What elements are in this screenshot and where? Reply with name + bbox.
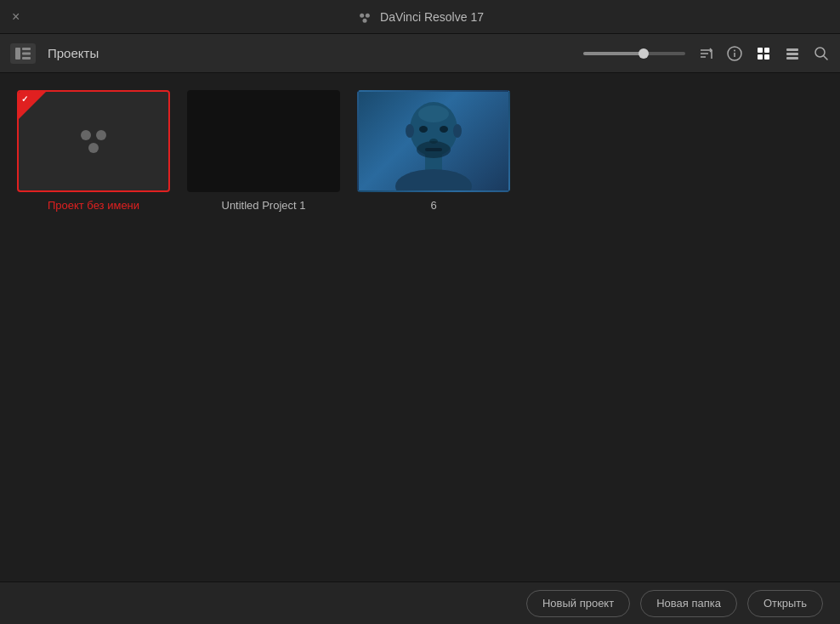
svg-rect-3 bbox=[15, 48, 20, 60]
svg-point-0 bbox=[360, 13, 364, 17]
svg-line-22 bbox=[824, 56, 827, 60]
svg-rect-5 bbox=[22, 52, 31, 54]
projects-heading: Проекты bbox=[48, 46, 575, 60]
thumbnail-size-slider[interactable] bbox=[583, 52, 685, 55]
svg-rect-4 bbox=[22, 48, 31, 50]
size-slider-container bbox=[583, 52, 685, 55]
project-card-3[interactable]: 6 bbox=[357, 90, 510, 212]
new-project-button[interactable]: Новый проект bbox=[526, 590, 630, 617]
svg-rect-14 bbox=[758, 48, 763, 53]
svg-point-1 bbox=[366, 13, 370, 17]
svg-point-2 bbox=[363, 18, 367, 22]
svg-rect-18 bbox=[786, 48, 798, 51]
project-thumbnail-2 bbox=[187, 90, 340, 192]
project-name-3: 6 bbox=[430, 199, 436, 212]
svg-rect-20 bbox=[786, 57, 798, 60]
list-icon bbox=[784, 45, 801, 62]
grid-view-button[interactable] bbox=[755, 45, 772, 62]
svg-rect-19 bbox=[786, 53, 798, 55]
project-name-1: Проект без имени bbox=[48, 199, 139, 212]
svg-point-28 bbox=[418, 105, 449, 122]
project-thumbnail-1: ✓ bbox=[17, 90, 170, 192]
svg-rect-33 bbox=[425, 148, 442, 151]
new-folder-button[interactable]: Новая папка bbox=[640, 590, 737, 617]
projects-grid: ✓ Проект без имени Untitled Project 1 bbox=[0, 73, 840, 581]
bottom-bar: Новый проект Новая папка Открыть bbox=[0, 581, 840, 624]
davinci-logo-icon bbox=[356, 9, 373, 26]
project-card-1[interactable]: ✓ Проект без имени bbox=[17, 90, 170, 212]
app-title-text: DaVinci Resolve 17 bbox=[380, 10, 484, 24]
svg-point-13 bbox=[734, 49, 735, 51]
svg-point-25 bbox=[395, 169, 472, 190]
project-card-2[interactable]: Untitled Project 1 bbox=[187, 90, 340, 212]
grid-icon bbox=[755, 45, 772, 62]
sidebar-icon bbox=[15, 48, 31, 60]
list-view-button[interactable] bbox=[784, 45, 801, 62]
title-bar: × DaVinci Resolve 17 bbox=[0, 0, 840, 34]
svg-rect-6 bbox=[22, 57, 31, 60]
sort-icon bbox=[697, 45, 714, 62]
active-checkmark: ✓ bbox=[21, 94, 28, 104]
sidebar-toggle-button[interactable] bbox=[10, 43, 36, 64]
svg-point-30 bbox=[440, 126, 448, 133]
davinci-card-logo bbox=[81, 130, 106, 153]
project-thumbnail-3 bbox=[357, 90, 510, 192]
sort-button[interactable] bbox=[697, 45, 714, 62]
toolbar-right bbox=[583, 45, 830, 62]
search-icon bbox=[813, 45, 830, 62]
svg-point-21 bbox=[815, 48, 825, 57]
face-silhouette-icon bbox=[395, 97, 472, 190]
search-button[interactable] bbox=[813, 45, 830, 62]
toolbar: Проекты bbox=[0, 34, 840, 73]
svg-rect-16 bbox=[758, 54, 763, 60]
info-button[interactable] bbox=[726, 45, 743, 62]
svg-rect-17 bbox=[764, 54, 769, 60]
project-name-2: Untitled Project 1 bbox=[222, 199, 306, 212]
svg-point-26 bbox=[406, 124, 414, 138]
svg-point-29 bbox=[419, 126, 428, 133]
info-icon bbox=[726, 45, 743, 62]
svg-rect-15 bbox=[764, 48, 769, 53]
open-button[interactable]: Открыть bbox=[747, 590, 823, 617]
close-button[interactable]: × bbox=[12, 10, 20, 24]
app-title: DaVinci Resolve 17 bbox=[356, 9, 484, 26]
svg-point-27 bbox=[453, 124, 462, 138]
